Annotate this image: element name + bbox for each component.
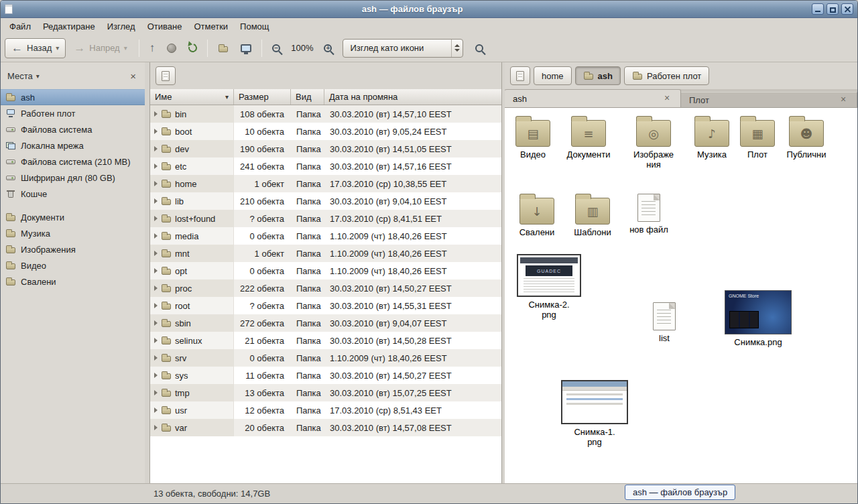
table-row[interactable]: etc 241 обекта Папка 30.03.2010 (вт) 14,… xyxy=(150,158,501,175)
tab-close-icon[interactable]: × xyxy=(838,94,849,105)
computer-button[interactable] xyxy=(235,38,257,58)
menu-item[interactable]: Редактиране xyxy=(37,19,101,34)
sidebar-item[interactable]: Файлова система (210 MB) xyxy=(1,153,145,170)
menu-item[interactable]: Отметки xyxy=(188,19,234,34)
view-mode-select[interactable]: Изглед като икони xyxy=(343,39,463,58)
table-row[interactable]: srv 0 обекта Папка 1.10.2009 (чт) 18,40,… xyxy=(150,349,501,367)
maximize-button[interactable] xyxy=(826,3,839,15)
expander-icon[interactable] xyxy=(154,111,158,117)
menu-item[interactable]: Изглед xyxy=(101,19,141,34)
sidebar-item[interactable]: Документи xyxy=(1,209,145,225)
table-row[interactable]: selinux 21 обекта Папка 30.03.2010 (вт) … xyxy=(150,332,501,349)
search-button[interactable] xyxy=(470,38,489,58)
image-item-snimka-1[interactable]: Снимка-1.png xyxy=(561,380,628,448)
breadcrumb-ash[interactable]: ash xyxy=(575,66,621,85)
zoom-out-button[interactable] xyxy=(267,38,286,58)
up-button[interactable]: ↑ xyxy=(144,38,161,58)
expander-icon[interactable] xyxy=(154,216,158,221)
table-row[interactable]: var 20 обекта Папка 30.03.2010 (вт) 14,5… xyxy=(150,419,501,436)
file-item-list[interactable]: list xyxy=(636,300,692,344)
table-row[interactable]: root ? обекта Папка 30.03.2010 (вт) 14,5… xyxy=(150,297,501,314)
sidebar-pane-selector[interactable]: Места xyxy=(7,71,33,81)
expander-icon[interactable] xyxy=(154,181,158,186)
expander-icon[interactable] xyxy=(154,146,158,151)
folder-item-templates[interactable]: ▥ Шаблони xyxy=(564,192,621,238)
file-item-new-file[interactable]: нов файл xyxy=(621,191,677,235)
forward-button[interactable]: → Напред ▾ xyxy=(67,38,133,58)
table-row[interactable]: boot 10 обекта Папка 30.03.2010 (вт) 9,0… xyxy=(150,123,501,140)
column-header-type[interactable]: Вид xyxy=(291,89,324,105)
table-row[interactable]: opt 0 обекта Папка 1.10.2009 (чт) 18,40,… xyxy=(150,262,501,279)
tab-ash[interactable]: ash × xyxy=(505,89,681,107)
table-row[interactable]: proc 222 обекта Папка 30.03.2010 (вт) 14… xyxy=(150,279,501,297)
icon-view[interactable]: ▤ Видео ≡ Документи ◎ Изображения ♪ Музи… xyxy=(505,108,857,483)
sidebar-item[interactable]: ash xyxy=(1,89,145,105)
table-row[interactable]: home 1 обект Папка 17.03.2010 (ср) 10,38… xyxy=(150,175,501,192)
menu-item[interactable]: Файл xyxy=(3,19,37,34)
breadcrumb-home[interactable]: home xyxy=(534,66,572,85)
table-row[interactable]: tmp 13 обекта Папка 30.03.2010 (вт) 15,0… xyxy=(150,384,501,401)
expander-icon[interactable] xyxy=(154,286,158,291)
folder-item-images[interactable]: ◎ Изображения xyxy=(625,115,682,170)
folder-item-desktop[interactable]: ▦ Плот xyxy=(729,115,786,160)
table-row[interactable]: bin 108 обекта Папка 30.03.2010 (вт) 14,… xyxy=(150,105,501,123)
folder-item-public[interactable]: ☻ Публични xyxy=(778,115,835,160)
expander-icon[interactable] xyxy=(154,303,158,308)
back-button[interactable]: ← Назад ▾ xyxy=(5,38,66,58)
sidebar-splitter[interactable] xyxy=(145,62,149,483)
zoom-in-button[interactable] xyxy=(318,38,337,58)
sidebar-item[interactable]: Видео xyxy=(1,257,145,273)
expander-icon[interactable] xyxy=(154,164,158,169)
expander-icon[interactable] xyxy=(154,338,158,343)
expander-icon[interactable] xyxy=(154,198,158,204)
breadcrumb-desktop[interactable]: Работен плот xyxy=(624,66,709,85)
expander-icon[interactable] xyxy=(154,129,158,134)
table-row[interactable]: dev 190 обекта Папка 30.03.2010 (вт) 14,… xyxy=(150,140,501,158)
image-item-snimka[interactable]: GNOME Store Снимка.png xyxy=(723,290,793,348)
sidebar-item[interactable]: Музика xyxy=(1,225,145,241)
sidebar-item[interactable]: Свалени xyxy=(1,273,145,290)
folder-item-video[interactable]: ▤ Видео xyxy=(505,115,561,160)
tab-desktop[interactable]: Плот × xyxy=(681,92,857,107)
table-row[interactable]: sbin 272 обекта Папка 30.03.2010 (вт) 9,… xyxy=(150,314,501,332)
table-row[interactable]: sys 11 обекта Папка 30.03.2010 (вт) 14,5… xyxy=(150,367,501,384)
sidebar-close-icon[interactable]: × xyxy=(128,70,138,82)
expander-icon[interactable] xyxy=(154,320,158,326)
spinner-arrows-icon[interactable] xyxy=(451,40,463,57)
sidebar-item[interactable]: Файлова система xyxy=(1,121,145,137)
close-button[interactable] xyxy=(841,3,853,15)
stop-button[interactable] xyxy=(162,38,182,58)
expander-icon[interactable] xyxy=(154,407,158,413)
table-row[interactable]: media 0 обекта Папка 1.10.2009 (чт) 18,4… xyxy=(150,227,501,245)
sidebar-item[interactable]: Локална мрежа xyxy=(1,137,145,153)
titlebar[interactable]: ash — файлов браузър xyxy=(1,1,857,18)
expander-icon[interactable] xyxy=(154,355,158,361)
column-header-name[interactable]: Име ▾ xyxy=(150,89,234,105)
folder-item-downloads[interactable]: ↓ Свалени xyxy=(509,192,565,238)
sidebar-item[interactable]: Кошче xyxy=(1,186,145,202)
sidebar-item[interactable]: Шифриран дял (80 GB) xyxy=(1,170,145,186)
image-item-snimka-2[interactable]: GUADEC Снимка-2.png xyxy=(515,254,583,320)
folder-item-documents[interactable]: ≡ Документи xyxy=(560,115,617,160)
sidebar-item[interactable]: Изображения xyxy=(1,241,145,257)
expander-icon[interactable] xyxy=(154,268,158,273)
chevron-down-icon[interactable]: ▾ xyxy=(36,72,40,80)
minimize-button[interactable] xyxy=(812,3,824,15)
table-row[interactable]: mnt 1 обект Папка 1.10.2009 (чт) 18,40,2… xyxy=(150,245,501,262)
pathbar-root-button[interactable] xyxy=(510,66,530,85)
expander-icon[interactable] xyxy=(154,390,158,395)
table-row[interactable]: lost+found ? обекта Папка 17.03.2010 (ср… xyxy=(150,210,501,227)
expander-icon[interactable] xyxy=(154,251,158,256)
reload-button[interactable] xyxy=(183,38,202,58)
menu-item[interactable]: Отиване xyxy=(141,19,188,34)
tab-close-icon[interactable]: × xyxy=(662,93,672,104)
table-row[interactable]: lib 210 обекта Папка 30.03.2010 (вт) 9,0… xyxy=(150,192,501,210)
expander-icon[interactable] xyxy=(154,233,158,239)
location-toggle-button[interactable] xyxy=(156,66,176,85)
table-row[interactable]: usr 12 обекта Папка 17.03.2010 (ср) 8,51… xyxy=(150,401,501,419)
column-header-modified[interactable]: Дата на промяна xyxy=(324,89,501,105)
expander-icon[interactable] xyxy=(154,373,158,378)
home-button[interactable] xyxy=(212,38,234,58)
sidebar-item[interactable]: Работен плот xyxy=(1,105,145,121)
column-header-size[interactable]: Размер xyxy=(234,89,291,105)
